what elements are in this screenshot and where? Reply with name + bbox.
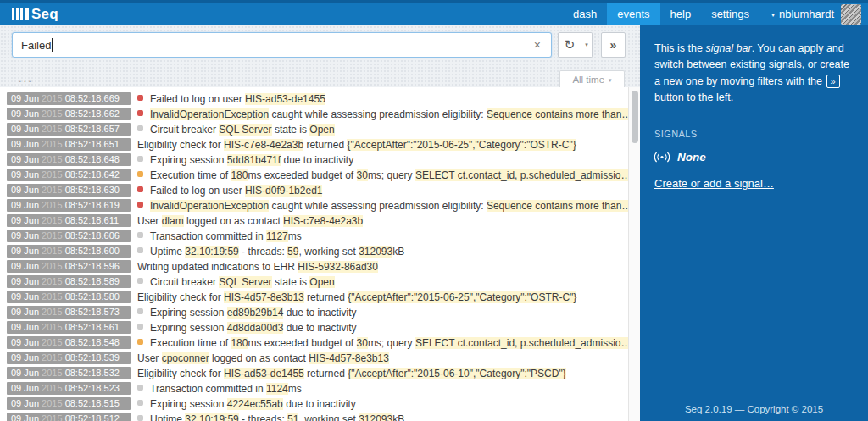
event-row[interactable]: 09 Jun 2015 08:52:18.523Transaction comm… bbox=[0, 380, 628, 396]
seq-logo[interactable]: Seq bbox=[12, 6, 58, 23]
seq-app: Seq dash events help settings ▾ nblumhar… bbox=[0, 0, 868, 421]
query-expander[interactable]: ... bbox=[19, 75, 33, 83]
event-message: Failed to log on user HIS-d0f9-1b2ed1 bbox=[150, 185, 322, 197]
search-query-text: Failed bbox=[21, 39, 51, 52]
event-timestamp: 09 Jun 2015 08:52:18.532 bbox=[7, 367, 131, 379]
chevron-down-icon: ▾ bbox=[609, 77, 612, 84]
nav-help[interactable]: help bbox=[660, 3, 702, 25]
time-range-dropdown[interactable]: All time ▾ bbox=[559, 70, 625, 87]
refresh-button[interactable]: ↻ bbox=[558, 32, 581, 58]
event-message: InvalidOperationException caught while a… bbox=[150, 200, 628, 212]
promote-icon: » bbox=[826, 75, 840, 88]
event-timestamp: 09 Jun 2015 08:52:18.573 bbox=[7, 306, 131, 319]
chevron-down-icon: ▾ bbox=[771, 11, 775, 19]
level-info-icon bbox=[137, 156, 143, 162]
nav-settings[interactable]: settings bbox=[701, 3, 760, 25]
level-info-icon bbox=[137, 247, 143, 253]
scrollbar-thumb[interactable] bbox=[632, 91, 638, 143]
event-row[interactable]: 09 Jun 2015 08:52:18.662InvalidOperation… bbox=[0, 106, 628, 121]
event-message: Expiring session 4d8dda00d3 due to inact… bbox=[150, 322, 357, 334]
move-to-signal-button[interactable]: » bbox=[601, 32, 626, 58]
event-timestamp: 09 Jun 2015 08:52:18.669 bbox=[7, 92, 131, 105]
event-message: Circuit breaker SQL Server state is Open bbox=[150, 124, 335, 136]
event-row[interactable]: 09 Jun 2015 08:52:18.589Circuit breaker … bbox=[0, 274, 628, 289]
signals-heading: SIGNALS bbox=[654, 129, 854, 139]
event-message: Expiring session 4224ec55ab due to inact… bbox=[150, 398, 356, 410]
event-row[interactable]: 09 Jun 2015 08:52:18.669Failed to log on… bbox=[0, 91, 628, 106]
event-message: Execution time of 180ms exceeded budget … bbox=[150, 337, 628, 349]
clear-search-icon[interactable]: × bbox=[531, 37, 544, 53]
event-timestamp: 09 Jun 2015 08:52:18.600 bbox=[7, 245, 131, 258]
event-message: InvalidOperationException caught while a… bbox=[150, 108, 628, 120]
search-buttons: ↻ ▾ bbox=[558, 32, 593, 58]
event-row[interactable]: 09 Jun 2015 08:52:18.573Expiring session… bbox=[0, 304, 628, 319]
event-row[interactable]: 09 Jun 2015 08:52:18.596Writing updated … bbox=[0, 258, 628, 274]
username: nblumhardt bbox=[779, 8, 834, 20]
event-message: Transaction committed in 1124ms bbox=[150, 383, 302, 395]
user-menu[interactable]: ▾ nblumhardt bbox=[760, 8, 841, 20]
event-row[interactable]: 09 Jun 2015 08:52:18.657Circuit breaker … bbox=[0, 121, 628, 136]
event-row[interactable]: 09 Jun 2015 08:52:18.548Execution time o… bbox=[0, 335, 628, 350]
event-message: Failed to log on user HIS-ad53-de1455 bbox=[150, 93, 326, 105]
level-error-icon bbox=[137, 202, 143, 208]
event-row[interactable]: 09 Jun 2015 08:52:18.619InvalidOperation… bbox=[0, 197, 628, 213]
event-timestamp: 09 Jun 2015 08:52:18.539 bbox=[7, 352, 131, 364]
event-timestamp: 09 Jun 2015 08:52:18.548 bbox=[7, 336, 131, 349]
event-message: Eligibility check for HIS-c7e8-4e2a3b re… bbox=[137, 139, 576, 151]
level-warn-icon bbox=[137, 171, 143, 177]
event-message: Transaction committed in 1127ms bbox=[150, 230, 302, 242]
event-timestamp: 09 Jun 2015 08:52:18.619 bbox=[7, 199, 131, 212]
level-info-icon bbox=[137, 125, 143, 131]
text-cursor bbox=[52, 38, 53, 52]
event-row[interactable]: 09 Jun 2015 08:52:18.580Eligibility chec… bbox=[0, 289, 628, 304]
event-message: Eligibility check for HIS-4d57-8e3b13 re… bbox=[137, 291, 576, 303]
level-info-icon bbox=[137, 385, 143, 391]
level-info-icon bbox=[137, 232, 143, 238]
signal-none-label: None bbox=[677, 151, 706, 163]
event-message: Writing updated indications to EHR HIS-5… bbox=[137, 261, 378, 273]
event-message: Uptime 32.10:19:59 - threads: 51, workin… bbox=[150, 413, 404, 421]
event-row[interactable]: 09 Jun 2015 08:52:18.561Expiring session… bbox=[0, 319, 628, 335]
event-row[interactable]: 09 Jun 2015 08:52:18.606Transaction comm… bbox=[0, 228, 628, 243]
event-timestamp: 09 Jun 2015 08:52:18.561 bbox=[7, 321, 131, 334]
refresh-options-button[interactable]: ▾ bbox=[581, 32, 593, 58]
event-timestamp: 09 Jun 2015 08:52:18.580 bbox=[7, 291, 131, 303]
event-message: Execution time of 180ms exceeded budget … bbox=[150, 169, 628, 181]
event-message: Circuit breaker SQL Server state is Open bbox=[150, 276, 335, 288]
signal-bar-intro: This is the signal bar. You can apply an… bbox=[654, 41, 854, 107]
event-message: Expiring session 5dd81b471f due to inact… bbox=[150, 154, 353, 166]
broadcast-icon bbox=[654, 152, 670, 163]
event-row[interactable]: 09 Jun 2015 08:52:18.539User cpoconner l… bbox=[0, 350, 628, 365]
nav-dash[interactable]: dash bbox=[563, 3, 607, 25]
event-list-scrollbar[interactable] bbox=[628, 87, 640, 421]
event-row[interactable]: 09 Jun 2015 08:52:18.532Eligibility chec… bbox=[0, 365, 628, 380]
topbar-nav: dash events help settings ▾ nblumhardt bbox=[563, 3, 868, 25]
time-range-label: All time bbox=[572, 75, 604, 85]
event-timestamp: 09 Jun 2015 08:52:18.606 bbox=[7, 230, 131, 242]
level-error-icon bbox=[137, 95, 143, 101]
event-timestamp: 09 Jun 2015 08:52:18.648 bbox=[7, 153, 131, 166]
level-info-icon bbox=[137, 308, 143, 314]
user-avatar[interactable] bbox=[841, 4, 861, 25]
event-row[interactable]: 09 Jun 2015 08:52:18.651Eligibility chec… bbox=[0, 136, 628, 152]
event-row[interactable]: 09 Jun 2015 08:52:18.648Expiring session… bbox=[0, 152, 628, 167]
event-timestamp: 09 Jun 2015 08:52:18.589 bbox=[7, 275, 131, 288]
event-timestamp: 09 Jun 2015 08:52:18.651 bbox=[7, 138, 131, 151]
event-timestamp: 09 Jun 2015 08:52:18.515 bbox=[7, 397, 131, 410]
level-info-icon bbox=[137, 415, 143, 421]
event-row[interactable]: 09 Jun 2015 08:52:18.600Uptime 32.10:19:… bbox=[0, 243, 628, 258]
event-timestamp: 09 Jun 2015 08:52:18.657 bbox=[7, 123, 131, 136]
event-row[interactable]: 09 Jun 2015 08:52:18.630Failed to log on… bbox=[0, 182, 628, 197]
event-row[interactable]: 09 Jun 2015 08:52:18.642Execution time o… bbox=[0, 167, 628, 182]
event-list: 09 Jun 2015 08:52:18.669Failed to log on… bbox=[0, 87, 628, 421]
event-row[interactable]: 09 Jun 2015 08:52:18.611User dlam logged… bbox=[0, 213, 628, 228]
event-row[interactable]: 09 Jun 2015 08:52:18.515Expiring session… bbox=[0, 396, 628, 411]
nav-events[interactable]: events bbox=[607, 3, 659, 25]
event-row[interactable]: 09 Jun 2015 08:52:18.512Uptime 32.10:19:… bbox=[0, 411, 628, 421]
signal-bar: This is the signal bar. You can apply an… bbox=[640, 25, 868, 421]
search-input[interactable]: Failed × bbox=[12, 32, 552, 58]
level-error-icon bbox=[137, 110, 143, 116]
signal-none-row: None bbox=[654, 151, 854, 163]
create-signal-link[interactable]: Create or add a signal… bbox=[654, 177, 774, 190]
event-message: User cpoconner logged on as contact HIS-… bbox=[137, 352, 389, 364]
